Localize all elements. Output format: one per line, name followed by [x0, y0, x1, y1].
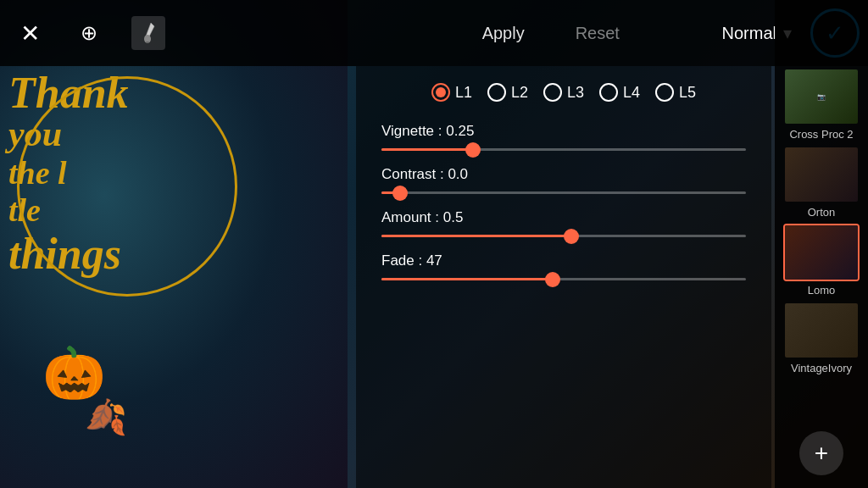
filter-item-vintage-ivory[interactable]: VintageIvory	[783, 302, 860, 374]
vignette-fill	[381, 148, 473, 151]
layer-option-l5[interactable]: L5	[655, 83, 696, 102]
filter-item-orton[interactable]: Orton	[783, 146, 860, 219]
amount-fill	[381, 235, 571, 237]
fade-label: Fade : 47	[381, 252, 746, 269]
radio-l3	[543, 83, 562, 102]
amount-label: Amount : 0.5	[381, 209, 746, 226]
filter-item-cross-proc-2[interactable]: 📷 Cross Proc 2	[783, 68, 860, 141]
vignette-track[interactable]	[381, 148, 746, 151]
filter-label-orton: Orton	[783, 206, 860, 219]
leaves-icon: 🍂	[85, 397, 127, 437]
layer-selector: L1 L2 L3 L4 L5	[381, 83, 746, 102]
radio-l1	[431, 83, 450, 102]
close-button[interactable]: ✕	[13, 16, 47, 50]
filter-label-lomo: Lomo	[783, 284, 860, 297]
vignette-label: Vignette : 0.25	[381, 123, 746, 140]
fade-thumb[interactable]	[545, 272, 560, 287]
fade-fill	[381, 278, 553, 280]
layer-option-l2[interactable]: L2	[487, 83, 528, 102]
amount-thumb[interactable]	[564, 229, 579, 244]
brush-button[interactable]	[131, 16, 165, 50]
contrast-slider-group: Contrast : 0.0	[381, 166, 746, 194]
layer-l2-label: L2	[511, 84, 528, 102]
filter-thumbnail-cross-proc-2: 📷	[785, 69, 858, 124]
target-button[interactable]: ⊕	[72, 16, 106, 50]
blend-mode-label: Normal	[722, 24, 776, 43]
brush-icon	[139, 21, 158, 45]
controls-panel: L1 L2 L3 L4 L5 Vignette : 0.25 Contrast …	[356, 66, 771, 488]
right-sidebar: 📷 Cross Proc 2 Orton Lomo VintageIvory +	[775, 0, 868, 488]
filter-thumb-vintage-ivory	[783, 302, 860, 359]
reset-button[interactable]: Reset	[559, 17, 637, 50]
amount-track[interactable]	[381, 235, 746, 237]
vignette-thumb[interactable]	[465, 142, 481, 158]
layer-l1-label: L1	[455, 84, 472, 102]
pumpkin-icon: 🎃	[42, 343, 106, 403]
contrast-label: Contrast : 0.0	[381, 166, 746, 183]
filter-label-vintage-ivory: VintageIvory	[783, 362, 860, 374]
radio-l2	[487, 83, 506, 102]
filter-thumb-lomo	[783, 224, 860, 281]
layer-l3-label: L3	[567, 84, 584, 102]
radio-l1-inner	[436, 87, 446, 97]
toolbar-center: Apply Reset	[390, 17, 712, 50]
gold-circle-decoration	[17, 76, 237, 297]
contrast-track[interactable]	[381, 191, 746, 194]
radio-l5	[655, 83, 674, 102]
radio-l4	[599, 83, 618, 102]
filter-label-cross-proc-2: Cross Proc 2	[783, 128, 860, 141]
contrast-thumb[interactable]	[392, 186, 408, 201]
filter-thumb-orton	[783, 146, 860, 203]
filter-thumbnail-orton	[785, 147, 858, 202]
apply-button[interactable]: Apply	[465, 17, 542, 50]
vignette-slider-group: Vignette : 0.25	[381, 123, 746, 151]
filter-thumbnail-lomo	[785, 225, 858, 280]
layer-l5-label: L5	[679, 84, 696, 102]
toolbar: ✕ ⊕ Apply Reset Normal ▾ ✓	[0, 0, 868, 66]
fade-slider-group: Fade : 47	[381, 252, 746, 280]
filter-thumb-cross-proc-2: 📷	[783, 68, 860, 125]
filter-thumbnail-vintage-ivory	[785, 303, 858, 358]
layer-l4-label: L4	[623, 84, 640, 102]
amount-slider-group: Amount : 0.5	[381, 209, 746, 237]
fade-track[interactable]	[381, 278, 746, 280]
add-filter-button[interactable]: +	[799, 431, 843, 475]
layer-option-l4[interactable]: L4	[599, 83, 640, 102]
layer-option-l3[interactable]: L3	[543, 83, 584, 102]
photo-panel: Thank you the l tle things 🎃 🍂	[0, 0, 348, 488]
layer-option-l1[interactable]: L1	[431, 83, 472, 102]
filter-item-lomo[interactable]: Lomo	[783, 224, 860, 297]
toolbar-left: ✕ ⊕	[0, 16, 390, 50]
